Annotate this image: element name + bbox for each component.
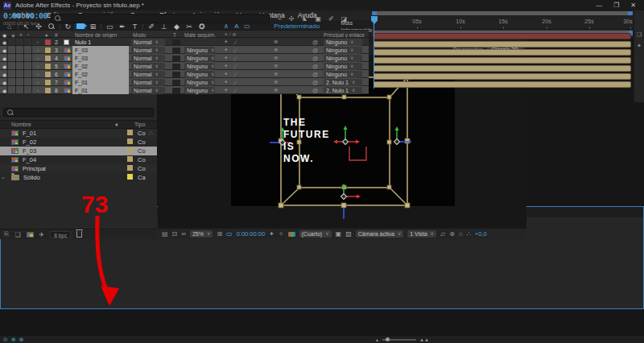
zoom-slider[interactable]	[382, 339, 416, 341]
timeline-horizontal-scrollbar[interactable]	[372, 10, 633, 16]
layer-row-7[interactable]: ◉ › 7 F_01 Normal Ninguno ✦∕⊕ @ 2. Nulo …	[0, 78, 369, 86]
layer-bar-f01[interactable]	[374, 81, 631, 88]
pickwhip-icon[interactable]: @	[312, 38, 318, 46]
scrollbar-right-handle[interactable]	[628, 11, 633, 15]
preserve-transparency-toggle[interactable]	[172, 72, 180, 77]
parent-dropdown[interactable]: 2. Nulo 1	[324, 79, 362, 86]
scrollbar-left-handle[interactable]	[372, 11, 377, 15]
region-of-interest-icon[interactable]: ▭	[226, 230, 233, 238]
layer-row-5[interactable]: ◉ › 5 F_02 Normal Ninguno ✦∕⊕ @ Ninguno	[0, 62, 369, 70]
layer-row-4[interactable]: ◉ › 4 F_03 Normal Ninguno ✦∕⊕ @ Ninguno	[0, 54, 369, 62]
new-folder-icon[interactable]: ❏	[14, 231, 20, 238]
label-swatch[interactable]	[45, 72, 51, 77]
pixel-aspect-icon[interactable]: ▱	[440, 230, 445, 238]
view-dropdown[interactable]: Cámara activa	[356, 230, 404, 238]
track-matte-dropdown[interactable]: Ninguno	[184, 55, 215, 62]
layer-name[interactable]: F_03	[72, 46, 129, 54]
exposure-value[interactable]: +0,0	[475, 230, 487, 238]
preserve-transparency-toggle[interactable]	[172, 39, 180, 45]
snapshot-icon[interactable]: ✦	[269, 230, 275, 238]
parent-dropdown[interactable]: Ninguno	[324, 63, 362, 70]
label-swatch[interactable]	[127, 156, 133, 162]
eye-icon[interactable]: ◉	[2, 48, 6, 53]
blend-mode-dropdown[interactable]: Normal	[131, 63, 165, 70]
magnification-dropdown[interactable]: 25%	[190, 230, 213, 238]
project-item-f03[interactable]: F_03 Co	[0, 147, 157, 155]
label-swatch[interactable]	[45, 88, 51, 93]
zoom-in-icon[interactable]: ▲▲	[419, 337, 429, 342]
expander-icon[interactable]: ›	[37, 86, 39, 94]
project-item-f02[interactable]: F_02 Co	[0, 138, 157, 147]
blend-mode-dropdown[interactable]: Normal	[131, 87, 165, 94]
target-region-icon[interactable]: ▣	[336, 230, 342, 238]
expander-icon[interactable]: ›	[37, 38, 39, 46]
pickwhip-icon[interactable]: @	[312, 86, 318, 94]
label-swatch[interactable]	[45, 80, 51, 85]
blend-mode-dropdown[interactable]: Normal	[131, 55, 165, 62]
track-matte-dropdown[interactable]: Ninguno	[184, 87, 215, 94]
label-swatch[interactable]	[127, 138, 133, 144]
expand-transfer-controls-icon[interactable]: ⊕	[11, 337, 16, 343]
track-matte-dropdown[interactable]: Ninguno	[184, 71, 215, 78]
project-item-principal[interactable]: Principal Co	[0, 164, 157, 173]
timeline-search-box[interactable]	[51, 14, 270, 23]
current-time[interactable]: 0:00:00:00 00000 (30.00 fps)	[0, 10, 51, 26]
pickwhip-icon[interactable]: @	[312, 54, 318, 62]
expander-icon[interactable]: ›	[37, 54, 39, 62]
track-matte-dropdown[interactable]: Ninguno	[184, 63, 215, 70]
viewer-timecode[interactable]: 0:00:00:00	[237, 230, 265, 238]
layer-name[interactable]: Nulo 1	[72, 38, 129, 46]
timeline-jump-icon[interactable]: ⌂	[459, 230, 463, 238]
pickwhip-icon[interactable]: @	[312, 78, 318, 86]
parent-dropdown[interactable]: Ninguno	[324, 47, 362, 54]
project-item-f01[interactable]: F_01 Co ∴	[0, 129, 157, 138]
always-preview-icon[interactable]: ▤	[162, 230, 168, 238]
resolution-dropdown[interactable]: (Cuarto)	[299, 230, 332, 238]
column-nombre[interactable]: Nombre	[0, 122, 31, 127]
maximize-button[interactable]: ❐	[613, 2, 619, 9]
view-layout-dropdown[interactable]: 1 Vista	[407, 230, 436, 238]
close-button[interactable]: ✕	[630, 2, 636, 9]
layer-bar-f03[interactable]	[374, 49, 631, 56]
trash-icon[interactable]	[76, 231, 82, 238]
preserve-transparency-toggle[interactable]	[172, 48, 180, 53]
eye-icon[interactable]: ◉	[2, 80, 6, 85]
parent-dropdown[interactable]: Ninguno	[324, 71, 362, 78]
label-swatch[interactable]	[127, 165, 133, 171]
label-swatch[interactable]	[45, 39, 51, 45]
blend-mode-dropdown[interactable]: Normal	[131, 39, 165, 46]
expander-icon[interactable]: ›	[37, 78, 39, 86]
timecode[interactable]: 0:00:00:00	[3, 12, 47, 21]
project-settings-icon[interactable]: ✈	[39, 231, 45, 238]
layer-bar-f02[interactable]	[374, 57, 631, 64]
layer-name[interactable]: F_01	[72, 78, 129, 86]
project-item-f04[interactable]: F_04 Co	[0, 155, 157, 164]
time-ruler[interactable]: 05s 10s 15s 20s 25s 30s	[372, 16, 633, 30]
interpret-footage-icon[interactable]: ⎘	[4, 230, 9, 238]
label-swatch[interactable]	[45, 48, 51, 53]
column-tag-icon[interactable]: ♦	[115, 122, 134, 127]
label-swatch[interactable]	[127, 147, 133, 153]
parent-dropdown[interactable]: 2. Nulo 1	[324, 87, 362, 94]
show-snapshot-icon[interactable]: ✧	[279, 230, 284, 238]
label-swatch[interactable]	[127, 130, 133, 135]
pickwhip-icon[interactable]: @	[312, 62, 318, 70]
layer-row-6[interactable]: ◉ › 6 F_02 Normal Ninguno ✦∕⊕ @ Ninguno	[0, 70, 369, 78]
preserve-transparency-toggle[interactable]	[172, 56, 180, 61]
layer-name[interactable]: F_02	[72, 62, 129, 70]
track-matte-dropdown[interactable]: Ninguno	[184, 47, 215, 54]
column-tipo[interactable]: Tipo	[134, 122, 157, 127]
playhead[interactable]	[374, 16, 374, 89]
new-composition-icon[interactable]	[27, 232, 34, 238]
parent-dropdown[interactable]: Ninguno	[324, 39, 362, 46]
zoom-slider-knob[interactable]	[386, 337, 390, 341]
expander-icon[interactable]: ›	[37, 46, 39, 54]
channels-icon[interactable]	[288, 232, 295, 237]
comp-button[interactable]: ✦	[637, 43, 642, 49]
vr-icon[interactable]: ∞	[181, 230, 186, 238]
pickwhip-icon[interactable]: @	[312, 70, 318, 78]
track-matte-dropdown[interactable]: Ninguno	[184, 79, 215, 86]
comp-marker-button[interactable]: ❏	[637, 31, 642, 38]
parent-dropdown[interactable]: Ninguno	[324, 55, 362, 62]
graph-editor-icon[interactable]: ◪	[341, 15, 348, 23]
